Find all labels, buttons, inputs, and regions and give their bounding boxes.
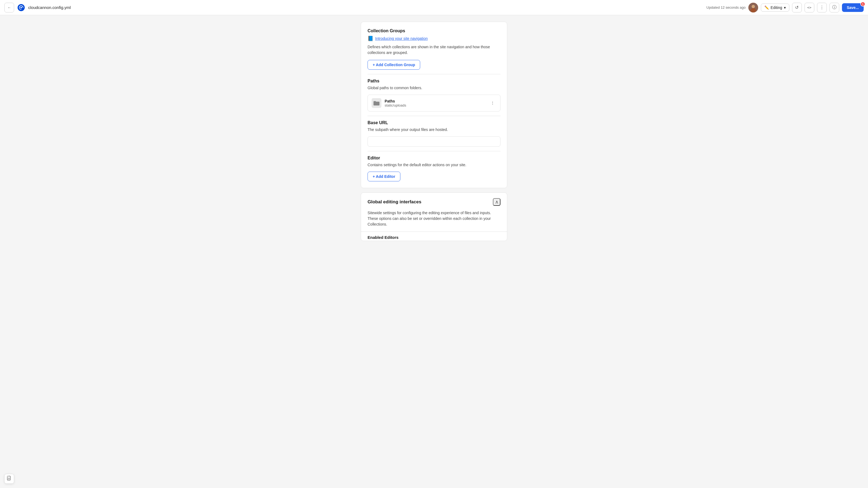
refresh-icon: ↺ [795, 5, 799, 10]
info-button[interactable]: ⓘ [830, 3, 839, 12]
svg-point-4 [750, 8, 756, 12]
editor-title: Editor [368, 156, 500, 161]
paths-title: Paths [368, 78, 500, 84]
document-icon [7, 476, 12, 482]
cloudcannon-logo [17, 3, 26, 12]
file-title: cloudcannon.config.yml [28, 5, 71, 10]
global-card-header: Global editing interfaces ∧ [361, 193, 507, 210]
paths-menu-icon: ⋮ [491, 101, 495, 105]
collection-groups-title: Collection Groups [368, 29, 500, 33]
chevron-down-icon: ▾ [784, 5, 786, 10]
help-book-icon: 📘 [368, 35, 373, 41]
add-editor-button[interactable]: + Add Editor [368, 172, 400, 182]
collection-groups-section: Collection Groups 📘 Introducing your sit… [368, 29, 500, 70]
paths-item-content: Paths static/uploads [384, 99, 486, 107]
divider-3 [368, 151, 500, 151]
collapse-icon: ∧ [495, 199, 499, 205]
add-collection-group-button[interactable]: + Add Collection Group [368, 60, 420, 70]
more-icon: ⋮ [820, 5, 824, 10]
editor-section: Editor Contains settings for the default… [368, 156, 500, 182]
base-url-section: Base URL The subpath where your output f… [368, 120, 500, 147]
help-link[interactable]: Introducing your site navigation [375, 36, 428, 41]
save-button[interactable]: Save... 1 [842, 3, 864, 12]
paths-item-name: Paths [384, 99, 486, 103]
content-column: Collection Groups 📘 Introducing your sit… [361, 22, 507, 482]
global-editing-desc: Sitewide settings for configuring the ed… [361, 210, 507, 231]
folder-icon [372, 98, 381, 108]
editing-button[interactable]: ✏️ Editing ▾ [761, 3, 789, 12]
save-badge: 1 [860, 2, 865, 6]
back-button[interactable]: ← [4, 3, 14, 12]
info-icon: ⓘ [832, 5, 837, 10]
paths-desc: Global paths to common folders. [368, 85, 500, 91]
code-button[interactable]: <> [805, 3, 814, 12]
paths-section: Paths Global paths to common folders. Pa… [368, 78, 500, 111]
paths-item-sub: static/uploads [384, 103, 486, 107]
editing-label: Editing [771, 5, 782, 10]
global-editing-title: Global editing interfaces [368, 199, 421, 205]
back-icon: ← [7, 5, 11, 9]
base-url-title: Base URL [368, 120, 500, 125]
svg-rect-5 [373, 102, 379, 105]
pencil-icon: ✏️ [764, 5, 769, 10]
divider-1 [368, 74, 500, 74]
topbar-right: Updated 12 seconds ago ✏️ Editing ▾ ↺ <>… [435, 3, 864, 12]
more-button[interactable]: ⋮ [817, 3, 827, 12]
help-link-row: 📘 Introducing your site navigation [368, 35, 500, 41]
avatar [748, 3, 758, 12]
collection-groups-desc: Defines which collections are shown in t… [368, 44, 500, 56]
add-collection-group-label: + Add Collection Group [373, 63, 415, 67]
svg-rect-6 [373, 101, 376, 102]
paths-item: Paths static/uploads ⋮ [368, 95, 500, 111]
main-card: Collection Groups 📘 Introducing your sit… [361, 22, 507, 188]
page-body: Collection Groups 📘 Introducing your sit… [0, 15, 868, 488]
base-url-desc: The subpath where your output files are … [368, 127, 500, 133]
global-editing-card: Global editing interfaces ∧ Sitewide set… [361, 193, 507, 241]
add-editor-label: + Add Editor [373, 174, 395, 178]
topbar-left: ← cloudcannon.config.yml [4, 3, 433, 12]
svg-rect-8 [7, 476, 9, 478]
base-url-input[interactable] [368, 136, 500, 147]
collapse-button[interactable]: ∧ [493, 198, 500, 206]
code-icon: <> [807, 5, 812, 9]
editor-desc: Contains settings for the default editor… [368, 162, 500, 168]
enabled-editors-label: Enabled Editors [361, 231, 507, 241]
bottom-panel-button[interactable] [4, 474, 14, 484]
svg-point-3 [752, 5, 755, 8]
refresh-button[interactable]: ↺ [792, 3, 802, 12]
topbar: ← cloudcannon.config.yml Updated 12 seco… [0, 0, 868, 15]
save-label: Save... [847, 5, 859, 10]
paths-item-menu-button[interactable]: ⋮ [489, 99, 496, 107]
svg-point-1 [20, 7, 22, 8]
divider-2 [368, 116, 500, 116]
updated-text: Updated 12 seconds ago [706, 5, 746, 9]
